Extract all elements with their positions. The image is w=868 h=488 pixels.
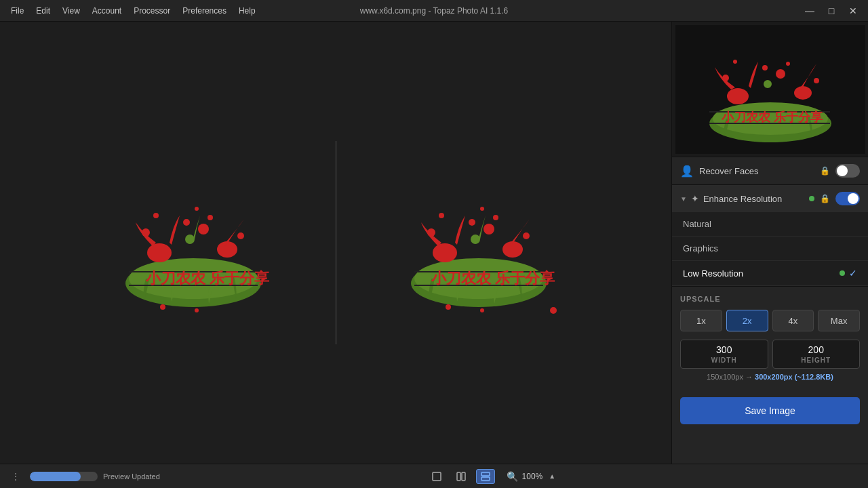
bottom-bar: ⋮ Preview Updated 🔍 <box>0 464 868 488</box>
main-layout: 小刀农农 乐于分享 <box>0 22 868 464</box>
view-single-button[interactable] <box>427 469 446 484</box>
svg-point-25 <box>439 213 444 218</box>
options-button[interactable]: ⋮ <box>8 469 23 484</box>
recover-faces-lock-icon: 🔒 <box>820 166 830 176</box>
enhance-active-dot <box>809 196 814 201</box>
mode-natural[interactable]: Natural <box>672 212 868 237</box>
mode-natural-label: Natural <box>683 219 711 229</box>
svg-point-28 <box>471 235 480 244</box>
canvas-content: 小刀农农 乐于分享 <box>92 141 580 344</box>
size-info: 150x100px → 300x200px (~112.8KB) <box>680 373 860 381</box>
processed-image: 小刀农农 乐于分享 <box>377 165 580 321</box>
menu-help[interactable]: Help <box>233 3 261 18</box>
height-box[interactable]: 200 HEIGHT <box>772 340 861 369</box>
mode-graphics[interactable]: Graphics <box>672 237 868 261</box>
menu-preferences[interactable]: Preferences <box>177 3 232 18</box>
svg-point-44 <box>733 60 737 64</box>
close-button[interactable]: ✕ <box>844 3 863 18</box>
width-value: 300 <box>685 344 764 355</box>
mode-selected-dot <box>840 270 845 276</box>
minimize-button[interactable]: — <box>800 3 819 18</box>
zoom-out-button[interactable]: 🔍 <box>506 470 519 483</box>
save-image-button[interactable]: Save Image <box>680 397 860 424</box>
view-split-v-button[interactable] <box>476 469 495 484</box>
svg-point-19 <box>433 243 457 262</box>
svg-rect-53 <box>481 472 490 476</box>
enhance-resolution-label: Enhance Resolution <box>703 194 782 204</box>
size-info-result: 300x200px (~112.8KB) <box>755 373 833 381</box>
progress-container: Preview Updated <box>30 472 160 481</box>
face-icon: 👤 <box>680 165 694 178</box>
thumbnail-svg: 小刀农农 乐于分享 <box>675 25 865 154</box>
enhance-left: ▼ ✦ Enhance Resolution <box>680 193 782 204</box>
upscale-section: UPSCALE 1x 2x 4x Max 300 WIDTH 200 HEIGH… <box>672 287 868 389</box>
svg-rect-50 <box>433 472 441 481</box>
window-title: www.x6d.com.png - Topaz Photo AI 1.1.6 <box>360 6 509 16</box>
mode-list: Natural Graphics Low Resolution ✓ <box>672 212 868 286</box>
single-view-icon <box>431 471 442 482</box>
right-panel: 小刀农农 乐于分享 👤 Recover Faces 🔒 ▼ ✦ <box>671 22 868 464</box>
svg-point-21 <box>484 224 494 235</box>
svg-point-5 <box>183 219 190 226</box>
menu-processor[interactable]: Processor <box>128 3 176 18</box>
progress-bar-background <box>30 472 98 481</box>
svg-point-34 <box>550 307 557 314</box>
svg-point-9 <box>208 215 213 220</box>
menu-bar: File Edit View Account Processor Prefere… <box>0 3 261 18</box>
zoom-in-button[interactable]: ▲ <box>545 470 559 483</box>
svg-point-32 <box>446 304 451 310</box>
width-box[interactable]: 300 WIDTH <box>680 340 768 369</box>
menu-view[interactable]: View <box>57 3 85 18</box>
enhance-chevron-icon[interactable]: ▼ <box>680 195 687 203</box>
menu-edit[interactable]: Edit <box>31 3 56 18</box>
titlebar: File Edit View Account Processor Prefere… <box>0 0 868 22</box>
svg-point-16 <box>195 308 199 312</box>
canvas-area[interactable]: 小刀农农 乐于分享 <box>0 22 671 464</box>
svg-point-7 <box>237 232 244 239</box>
processed-image-panel: 小刀农农 乐于分享 <box>377 165 580 321</box>
upscale-max-button[interactable]: Max <box>818 310 860 331</box>
bottom-left: ⋮ Preview Updated <box>8 469 160 484</box>
svg-point-15 <box>160 304 165 310</box>
recover-faces-row: 👤 Recover Faces 🔒 <box>672 157 868 184</box>
canvas-divider <box>336 141 336 344</box>
split-h-icon <box>456 471 467 482</box>
svg-point-8 <box>153 213 159 218</box>
enhance-resolution-section: ▼ ✦ Enhance Resolution 🔒 Natural Graphic <box>672 185 868 287</box>
svg-point-27 <box>480 207 484 211</box>
height-value: 200 <box>777 344 856 355</box>
width-label: WIDTH <box>685 357 764 364</box>
upscale-4x-button[interactable]: 4x <box>772 310 814 331</box>
mode-check-icon: ✓ <box>849 268 857 279</box>
zoom-area: 🔍 100% ▲ <box>506 470 559 483</box>
recover-faces-label: Recover Faces <box>699 166 758 176</box>
thumbnail-preview: 小刀农农 乐于分享 <box>672 22 868 157</box>
enhance-lock-icon: 🔒 <box>820 194 830 203</box>
svg-point-10 <box>195 207 199 211</box>
enhance-toggle[interactable] <box>835 192 860 205</box>
recover-faces-left: 👤 Recover Faces <box>680 165 758 178</box>
maximize-button[interactable]: □ <box>822 3 841 18</box>
recover-faces-right: 🔒 <box>820 164 860 178</box>
split-v-icon <box>480 471 491 482</box>
upscale-2x-button[interactable]: 2x <box>726 310 768 331</box>
recover-faces-section: 👤 Recover Faces 🔒 <box>672 157 868 185</box>
svg-point-39 <box>794 86 812 100</box>
enhance-right: 🔒 <box>809 192 860 205</box>
recover-faces-toggle[interactable] <box>835 164 860 178</box>
upscale-1x-button[interactable]: 1x <box>680 310 722 331</box>
sparkle-icon: ✦ <box>691 193 699 204</box>
mode-low-resolution-label: Low Resolution <box>683 268 743 279</box>
svg-point-11 <box>185 235 195 244</box>
menu-file[interactable]: File <box>5 3 29 18</box>
mode-low-resolution-right: ✓ <box>840 268 857 279</box>
svg-point-26 <box>493 215 498 220</box>
menu-account[interactable]: Account <box>87 3 127 18</box>
svg-rect-51 <box>457 472 460 481</box>
view-split-h-button[interactable] <box>452 469 471 484</box>
svg-point-43 <box>814 78 819 83</box>
mode-low-resolution[interactable]: Low Resolution ✓ <box>672 261 868 286</box>
svg-point-22 <box>469 219 475 226</box>
svg-point-23 <box>427 228 435 237</box>
bottom-center: 🔍 100% ▲ <box>427 469 559 484</box>
